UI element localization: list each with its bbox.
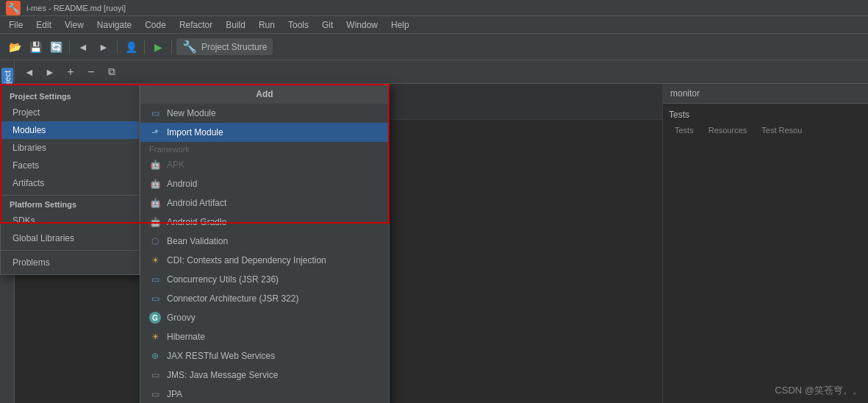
title-bar-title: i-mes - README.md [ruoyi] [26,4,126,13]
overlay-item-facets[interactable]: Facets [1,157,139,174]
ps-remove-button[interactable]: − [82,63,100,81]
overlay-item-project[interactable]: Project [1,104,139,121]
menu-navigate[interactable]: Navigate [91,18,137,32]
overlay-item-modules[interactable]: Modules [1,121,139,139]
new-module-icon: ▭ [149,107,161,119]
submenu-item-cdi[interactable]: ☀ CDI: Contexts and Dependency Injection [140,251,389,270]
menu-window[interactable]: Window [340,18,384,32]
overlay-item-global-libraries[interactable]: Global Libraries [1,229,139,247]
back-button[interactable]: ◄ [74,38,92,56]
toolbar-separator-3 [144,40,145,54]
submenu-item-jms[interactable]: ▭ JMS: Java Message Service [140,365,389,385]
ps-forward-button[interactable]: ► [41,63,59,81]
forward-button[interactable]: ► [95,38,112,56]
toolbar: 📂 💾 🔄 ◄ ► 👤 ▶ 🔧 Project Structure [0,34,868,60]
toolbar-separator-1 [69,40,70,54]
apk-label: APK [167,160,184,170]
ps-toolbar: ◄ ► + − ⧉ [15,60,868,84]
bean-validation-icon: ⬡ [149,235,161,247]
menu-run[interactable]: Run [253,18,281,32]
overlay-separator-2 [1,250,139,251]
cdi-icon: ☀ [149,254,161,266]
save-button[interactable]: 💾 [26,38,44,56]
right-tab-test-resou[interactable]: Test Resou [756,124,808,136]
connector-icon: ▭ [149,293,161,304]
menu-git[interactable]: Git [316,18,339,32]
connector-label: Connector Architecture (JSR 322) [167,293,298,304]
project-structure-icon: 🔧 [182,40,197,54]
ps-right-content: Tests Tests Resources Test Resou [663,104,868,142]
submenu-item-groovy[interactable]: G Groovy [140,308,389,327]
overlay-section-label: Project Settings [1,90,139,104]
menu-bar: File Edit View Navigate Code Refactor Bu… [0,16,868,34]
submenu-item-android-gradle[interactable]: 🤖 Android-Gradle [140,213,389,232]
submenu-item-android[interactable]: 🤖 Android [140,174,389,193]
submenu-item-connector[interactable]: ▭ Connector Architecture (JSR 322) [140,289,389,308]
menu-build[interactable]: Build [220,18,251,32]
groovy-icon: G [149,312,161,324]
menu-help[interactable]: Help [385,18,415,32]
run-button[interactable]: ▶ [149,38,167,56]
menu-edit[interactable]: Edit [30,18,57,32]
project-settings-overlay: Project Settings Project Modules Librari… [0,84,140,275]
project-structure-label: Project Structure [201,42,267,52]
menu-code[interactable]: Code [139,18,172,32]
framework-section-label: Framework [140,142,389,155]
add-submenu-header: Add [140,85,389,104]
android-artifact-icon: 🤖 [149,197,161,209]
project-structure-button[interactable]: 🔧 Project Structure [176,38,273,55]
concurrency-icon: ▭ [149,274,161,285]
menu-view[interactable]: View [59,18,90,32]
menu-tools[interactable]: Tools [282,18,315,32]
vcs-button[interactable]: 👤 [122,38,140,56]
hibernate-icon: ☀ [149,331,161,343]
bean-validation-label: Bean Validation [167,236,228,246]
android-label: Android [167,179,197,189]
submenu-item-import-module[interactable]: ⬏ Import Module [140,123,389,142]
watermark: CSDN @笑苍穹。。 [775,384,862,397]
dependencies-label: Tests [669,110,862,120]
ps-copy-button[interactable]: ⧉ [103,63,121,81]
menu-refactor[interactable]: Refactor [173,18,218,32]
submenu-item-concurrency[interactable]: ▭ Concurrency Utils (JSR 236) [140,270,389,289]
apk-icon: 🤖 [149,159,161,171]
submenu-item-jpa[interactable]: ▭ JPA [140,385,389,403]
right-tab-tests[interactable]: Tests [669,124,700,136]
overlay-item-problems[interactable]: Problems [1,254,139,271]
jax-label: JAX RESTful Web Services [167,351,275,361]
app-icon: 🔧 [6,1,21,15]
import-module-label: Import Module [167,127,223,138]
ps-right-panel: monitor Tests Tests Resources Test Resou [662,84,868,403]
submenu-item-jax[interactable]: ⊕ JAX RESTful Web Services [140,346,389,365]
platform-section-label: Platform Settings [1,199,139,212]
add-submenu: Add ▭ New Module ⬏ Import Module Framewo… [140,84,390,403]
hibernate-label: Hibernate [167,332,205,342]
open-folder-button[interactable]: 📂 [6,38,24,56]
jax-icon: ⊕ [149,350,161,362]
submenu-item-apk[interactable]: 🤖 APK [140,155,389,174]
android-gradle-icon: 🤖 [149,216,161,228]
submenu-item-hibernate[interactable]: ☀ Hibernate [140,327,389,346]
android-artifact-label: Android Artifact [167,198,226,208]
right-tab-resources[interactable]: Resources [703,124,753,136]
refresh-button[interactable]: 🔄 [47,38,65,56]
ps-right-tab-bar: Tests Resources Test Resou [669,124,862,136]
menu-file[interactable]: File [3,18,29,32]
overlay-item-sdks[interactable]: SDKs [1,212,139,229]
main-area: Project Project ▼ ⊕ ▼ 📁 i-mes [ruoyi] D:… [0,60,868,403]
ps-back-button[interactable]: ◄ [21,63,38,81]
ps-add-button[interactable]: + [62,63,79,81]
toolbar-separator-2 [117,40,118,54]
groovy-label: Groovy [167,313,196,323]
overlay-item-artifacts[interactable]: Artifacts [1,174,139,192]
android-icon: 🤖 [149,178,161,190]
android-gradle-label: Android-Gradle [167,217,226,227]
new-module-label: New Module [167,108,216,118]
toolbar-separator-4 [171,40,172,54]
jms-icon: ▭ [149,369,161,381]
submenu-item-android-artifact[interactable]: 🤖 Android Artifact [140,193,389,213]
submenu-item-new-module[interactable]: ▭ New Module [140,104,389,123]
overlay-item-libraries[interactable]: Libraries [1,139,139,157]
jpa-label: JPA [167,389,182,399]
submenu-item-bean-validation[interactable]: ⬡ Bean Validation [140,232,389,251]
